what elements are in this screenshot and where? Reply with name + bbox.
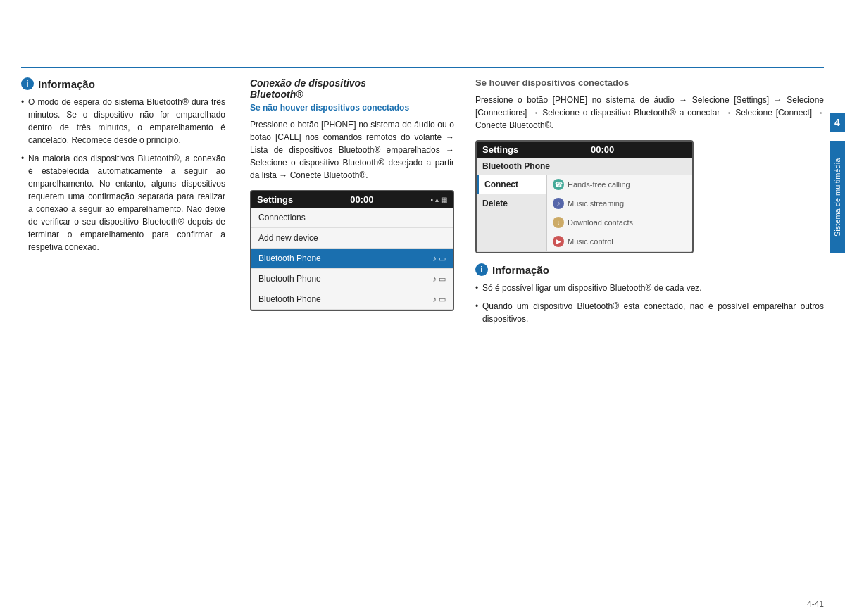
screen-time-1: 00:00 [350, 194, 373, 205]
right-info-box: i Informação Só é possível ligar um disp… [475, 263, 824, 325]
left-info-box: i Informação O modo de espera do sistema… [21, 77, 225, 253]
mid-subtitle: Se não houver dispositivos conectados [250, 103, 454, 113]
bluetooth-device-3: Bluetooth Phone ♪▭ [251, 289, 453, 310]
right-column: Se houver dispositivos conectados Pressi… [465, 77, 824, 588]
right-info-title: Informação [492, 264, 549, 276]
connections-item: Connections [251, 208, 453, 228]
right-info-bullet-2: Quando um dispositivo Bluetooth® está co… [475, 300, 824, 325]
top-divider-line [21, 67, 824, 68]
chapter-number: 4 [830, 113, 845, 132]
connect-option: Connect [477, 175, 546, 194]
left-column: i Informação O modo de espera do sistema… [21, 77, 239, 588]
download-contacts-icon: ↓ [553, 217, 564, 228]
right-info-icon: i [475, 263, 488, 276]
mid-section-title: Conexão de dispositivos Bluetooth® [250, 77, 454, 100]
device-icons-3: ♪▭ [433, 295, 446, 304]
music-streaming-icon: ♪ [553, 198, 564, 209]
screen-settings-label: Settings [257, 194, 293, 205]
music-control-item: ▶ Music control [547, 232, 692, 251]
info-box-body: O modo de espera do sistema Bluetooth® d… [21, 96, 225, 253]
info-bullet-2: Na maioria dos dispositivos Bluetooth®, … [21, 152, 225, 253]
music-streaming-item: ♪ Music streaming [547, 194, 692, 213]
info-icon: i [21, 77, 34, 90]
right-screen-body: Bluetooth Phone Connect Delete ☎ [477, 158, 692, 252]
hands-free-icon: ☎ [553, 179, 564, 190]
device-icons-2: ♪▭ [433, 275, 446, 284]
bluetooth-phone-label: Bluetooth Phone [477, 158, 692, 175]
chapter-label: Sistema de multimédia [830, 141, 845, 253]
page-number: 4-41 [807, 599, 824, 609]
info-box-title: Informação [38, 78, 95, 90]
middle-column: Conexão de dispositivos Bluetooth® Se nã… [239, 77, 465, 588]
screen-right-features: ☎ Hands-free calling ♪ Music streaming ↓… [547, 175, 692, 251]
screen-body-1: Connections Add new device Bluetooth Pho… [251, 208, 453, 310]
info-box-header: i Informação [21, 77, 225, 90]
bluetooth-device-1: Bluetooth Phone ♪▭ [251, 249, 453, 269]
right-text: Pressione o botão [PHONE] no sistema de … [475, 94, 824, 132]
mid-text: Pressione o botão [PHONE] no sistema de … [250, 118, 454, 182]
download-contacts-item: ↓ Download contacts [547, 213, 692, 232]
music-control-icon: ▶ [553, 236, 564, 247]
hands-free-item: ☎ Hands-free calling [547, 175, 692, 194]
screen-row-connect: Connect Delete ☎ Hands-free calling ♪ [477, 175, 692, 252]
screen-time-2: 00:00 [591, 144, 614, 155]
screen-mockup-2: Settings 00:00 Bluetooth Phone Connect [475, 140, 694, 253]
screen-left-options: Connect Delete [477, 175, 547, 251]
device-icons-1: ♪▭ [433, 254, 446, 263]
delete-option: Delete [477, 194, 546, 213]
screen-mockup-1: Settings 00:00 ▪▴▦ Connections Add new d… [250, 190, 454, 311]
screen-status-icons-1: ▪▴▦ [430, 196, 447, 203]
screen-settings-label-2: Settings [482, 144, 518, 155]
right-info-bullet-1: Só é possível ligar um dispositivo Bluet… [475, 282, 824, 294]
bluetooth-device-2: Bluetooth Phone ♪▭ [251, 269, 453, 289]
right-section-title: Se houver dispositivos conectados [475, 77, 824, 88]
screen-header-2: Settings 00:00 [477, 142, 692, 158]
info-bullet-1: O modo de espera do sistema Bluetooth® d… [21, 96, 225, 146]
main-content: i Informação O modo de espera do sistema… [21, 77, 824, 588]
right-info-body: Só é possível ligar um dispositivo Bluet… [475, 282, 824, 325]
right-info-box-header: i Informação [475, 263, 824, 276]
add-new-device-item: Add new device [251, 228, 453, 249]
screen-header-1: Settings 00:00 ▪▴▦ [251, 191, 453, 208]
